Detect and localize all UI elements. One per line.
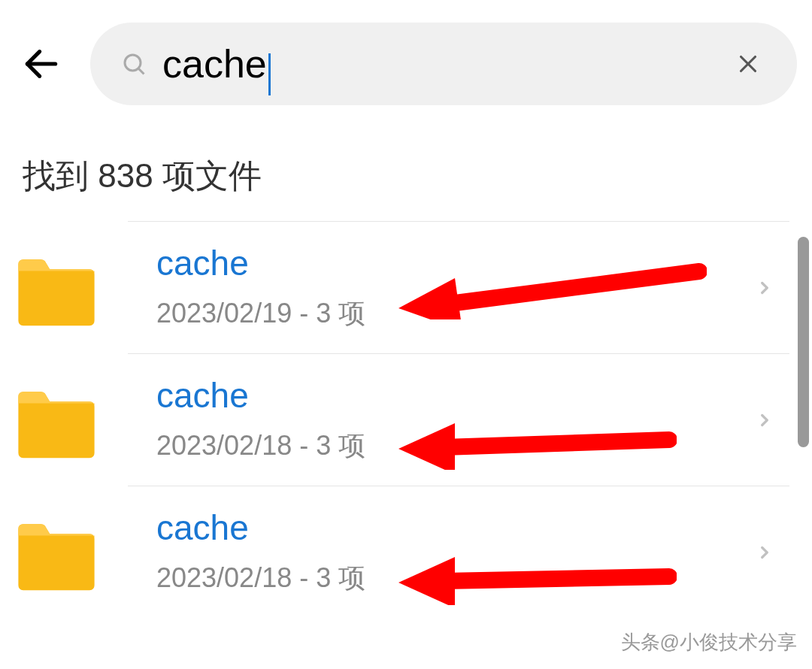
search-value: cache xyxy=(162,42,267,86)
item-meta: 2023/02/19 - 3 项 xyxy=(156,295,755,332)
search-input[interactable]: cache xyxy=(162,41,714,86)
chevron-right-icon xyxy=(755,543,774,562)
scrollbar[interactable] xyxy=(798,237,809,447)
svg-point-1 xyxy=(125,55,141,71)
list-item[interactable]: cache 2023/02/18 - 3 项 xyxy=(128,353,789,486)
search-bar[interactable]: cache xyxy=(90,23,797,105)
chevron-right-icon xyxy=(755,410,774,430)
search-icon xyxy=(120,50,147,77)
item-meta: 2023/02/18 - 3 项 xyxy=(156,560,755,597)
results-list: cache 2023/02/19 - 3 项 cache 2023/02/18 … xyxy=(0,221,812,618)
watermark: 头条@小俊技术分享 xyxy=(621,629,797,655)
folder-icon xyxy=(15,256,98,327)
list-item[interactable]: cache 2023/02/19 - 3 项 xyxy=(128,221,789,353)
list-item[interactable]: cache 2023/02/18 - 3 项 xyxy=(128,486,789,618)
chevron-right-icon xyxy=(755,278,774,298)
item-name: cache xyxy=(156,243,755,283)
item-content: cache 2023/02/19 - 3 项 xyxy=(156,243,755,332)
folder-icon xyxy=(15,388,98,459)
close-icon xyxy=(734,50,762,78)
clear-button[interactable] xyxy=(729,45,767,83)
header: cache xyxy=(0,0,812,128)
folder-icon xyxy=(15,520,98,592)
svg-line-2 xyxy=(138,68,144,74)
results-count: 找到 838 项文件 xyxy=(0,128,812,221)
back-button[interactable] xyxy=(15,38,68,90)
back-arrow-icon xyxy=(20,43,62,85)
item-content: cache 2023/02/18 - 3 项 xyxy=(156,375,755,465)
item-name: cache xyxy=(156,375,755,416)
item-name: cache xyxy=(156,507,755,548)
item-meta: 2023/02/18 - 3 项 xyxy=(156,428,755,465)
item-content: cache 2023/02/18 - 3 项 xyxy=(156,507,755,597)
text-cursor xyxy=(268,53,271,95)
